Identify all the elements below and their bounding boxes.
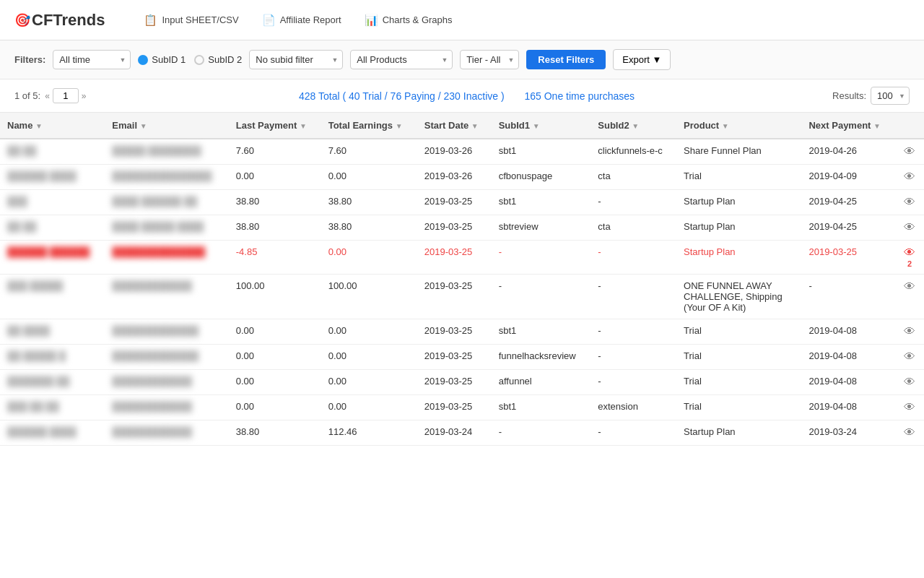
eye-icon[interactable]: 👁 xyxy=(904,196,915,208)
cell-start-date: 2019-03-25 xyxy=(417,215,492,241)
cell-last-payment: -4.85 xyxy=(229,241,321,275)
cell-total-earnings: 38.80 xyxy=(321,215,417,241)
cell-product: Trial xyxy=(676,395,801,420)
nav-charts-graphs[interactable]: 📊 Charts & Graphs xyxy=(354,9,463,31)
cell-name: ███ xyxy=(0,190,105,215)
col-subid2[interactable]: SubId2 ▼ xyxy=(590,113,676,139)
cell-subid1: affunnel xyxy=(492,370,591,395)
nav-input-sheet[interactable]: 📋 Input SHEET/CSV xyxy=(134,9,248,31)
cell-email: ████ █████ ████ xyxy=(105,215,228,241)
cell-subid2: - xyxy=(590,275,676,319)
results-select[interactable]: 100 50 25 xyxy=(871,87,910,105)
cell-subid2: - xyxy=(590,345,676,370)
table-row: ███ █████ ████████████ 100.00 100.00 201… xyxy=(0,275,924,319)
cell-subid1: sbt1 xyxy=(492,190,591,215)
eye-icon[interactable]: 👁 xyxy=(904,280,915,293)
product-filter-wrap: All Products Startup Plan Share Funnel P… xyxy=(350,50,453,69)
cell-subid2: cta xyxy=(590,165,676,190)
cell-email: █████ ████████ xyxy=(105,139,228,165)
col-start-date[interactable]: Start Date ▼ xyxy=(417,113,492,139)
cell-action: 👁 xyxy=(895,139,924,165)
cell-email: █████████████ xyxy=(105,319,228,345)
cell-start-date: 2019-03-25 xyxy=(417,319,492,345)
cell-subid1: - xyxy=(492,241,591,275)
eye-icon[interactable]: 👁 xyxy=(904,221,915,233)
prod-sort-icon: ▼ xyxy=(722,122,729,130)
table-row: ██ ██ ████ █████ ████ 38.80 38.80 2019-0… xyxy=(0,215,924,241)
one-time-purchases: 165 One time purchases xyxy=(524,90,635,102)
time-filter-wrap: All time Last 7 days Last 30 days Last 9… xyxy=(53,50,131,69)
nav-charts-label: Charts & Graphs xyxy=(383,14,453,25)
affiliate-report-icon: 📄 xyxy=(262,14,276,27)
cell-email: ██████████████ xyxy=(105,241,228,275)
cell-action: 👁 xyxy=(895,319,924,345)
cell-action: 👁 2 xyxy=(895,241,924,275)
cell-email: ████████████ xyxy=(105,275,228,319)
table-row: ███ ████ ██████ ██ 38.80 38.80 2019-03-2… xyxy=(0,190,924,215)
col-next-payment[interactable]: Next Payment ▼ xyxy=(801,113,895,139)
cell-subid2: - xyxy=(590,370,676,395)
next-page-icon[interactable]: » xyxy=(82,91,87,101)
subid2-label: SubID 2 xyxy=(208,54,242,65)
cell-name: ██████ ████ xyxy=(0,420,105,446)
page-input[interactable] xyxy=(53,88,79,103)
cell-start-date: 2019-03-24 xyxy=(417,420,492,446)
cell-product: Startup Plan xyxy=(676,215,801,241)
charts-graphs-icon: 📊 xyxy=(365,14,378,27)
eye-icon[interactable]: 👁 xyxy=(904,145,915,158)
table-row: ██ ████ █████████████ 0.00 0.00 2019-03-… xyxy=(0,319,924,345)
cell-email: ████████████ xyxy=(105,395,228,420)
results-label: Results: xyxy=(832,90,866,101)
cell-name: ██ ████ xyxy=(0,319,105,345)
cell-action: 👁 xyxy=(895,395,924,420)
logo-icon: 🎯 xyxy=(14,12,30,28)
cell-subid2: - xyxy=(590,241,676,275)
table-row: ██ ██ █████ ████████ 7.60 7.60 2019-03-2… xyxy=(0,139,924,165)
subid-filter[interactable]: No subid filter Has subid No subid xyxy=(249,50,343,69)
eye-icon[interactable]: 👁 xyxy=(904,246,915,259)
col-product[interactable]: Product ▼ xyxy=(676,113,801,139)
col-email[interactable]: Email ▼ xyxy=(105,113,228,139)
nav-affiliate-report[interactable]: 📄 Affiliate Report xyxy=(252,9,352,31)
cell-subid2: cta xyxy=(590,215,676,241)
subid2-radio[interactable]: SubID 2 xyxy=(194,54,242,65)
cell-next-payment: 2019-04-09 xyxy=(801,165,895,190)
s1-sort-icon: ▼ xyxy=(533,122,540,130)
tier-filter[interactable]: Tier - All Tier 1 Tier 2 xyxy=(460,50,519,69)
eye-icon[interactable]: 👁 xyxy=(904,171,915,183)
eye-icon[interactable]: 👁 xyxy=(904,350,915,363)
cell-subid2: - xyxy=(590,190,676,215)
cell-name: ██████ ████ xyxy=(0,165,105,190)
col-last-payment[interactable]: Last Payment ▼ xyxy=(229,113,321,139)
prev-page-icon[interactable]: « xyxy=(45,91,50,101)
cell-action: 👁 xyxy=(895,345,924,370)
col-subid1[interactable]: SubId1 ▼ xyxy=(492,113,591,139)
time-filter[interactable]: All time Last 7 days Last 30 days Last 9… xyxy=(53,50,131,69)
tier-filter-wrap: Tier - All Tier 1 Tier 2 ▼ xyxy=(460,50,519,69)
te-sort-icon: ▼ xyxy=(396,122,403,130)
np-sort-icon: ▼ xyxy=(873,122,881,130)
reset-filters-button[interactable]: Reset Filters xyxy=(526,50,606,69)
cell-next-payment: 2019-04-08 xyxy=(801,345,895,370)
export-button[interactable]: Export ▼ xyxy=(613,49,671,70)
cell-action: 👁 xyxy=(895,190,924,215)
cell-start-date: 2019-03-26 xyxy=(417,139,492,165)
subid1-radio[interactable]: SubID 1 xyxy=(138,54,186,65)
cell-next-payment: 2019-04-08 xyxy=(801,395,895,420)
results-controls: Results: 100 50 25 ▼ xyxy=(832,87,910,105)
eye-icon[interactable]: 👁 xyxy=(904,426,915,439)
lp-sort-icon: ▼ xyxy=(300,122,307,130)
cell-subid2: extension xyxy=(590,395,676,420)
cell-name: ███ ██ ██ xyxy=(0,395,105,420)
cell-email: █████████████ xyxy=(105,345,228,370)
cell-product: Trial xyxy=(676,165,801,190)
eye-icon[interactable]: 👁 xyxy=(904,401,915,413)
eye-icon[interactable]: 👁 xyxy=(904,325,915,337)
col-total-earnings[interactable]: Total Earnings ▼ xyxy=(321,113,417,139)
product-filter[interactable]: All Products Startup Plan Share Funnel P… xyxy=(350,50,453,69)
cell-product: Trial xyxy=(676,370,801,395)
cell-email: ███████████████ xyxy=(105,165,228,190)
cell-action: 👁 xyxy=(895,420,924,446)
eye-icon[interactable]: 👁 xyxy=(904,376,915,388)
col-name[interactable]: Name ▼ xyxy=(0,113,105,139)
